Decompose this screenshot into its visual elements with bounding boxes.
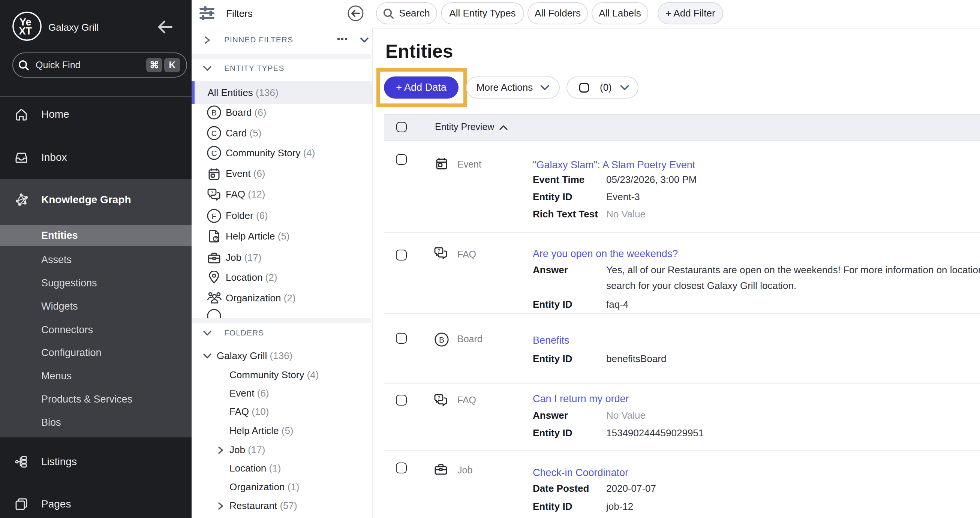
svg-text:?: ? [438,395,441,401]
svg-text:C: C [211,129,217,138]
svg-text:F: F [212,212,217,220]
svg-text:B: B [212,108,217,117]
svg-text:?: ? [215,237,217,242]
svg-text:C: C [211,149,217,157]
svg-text:XT: XT [19,25,32,37]
svg-text:?: ? [211,190,214,195]
svg-text:?: ? [438,248,441,254]
svg-text:B: B [439,335,444,344]
